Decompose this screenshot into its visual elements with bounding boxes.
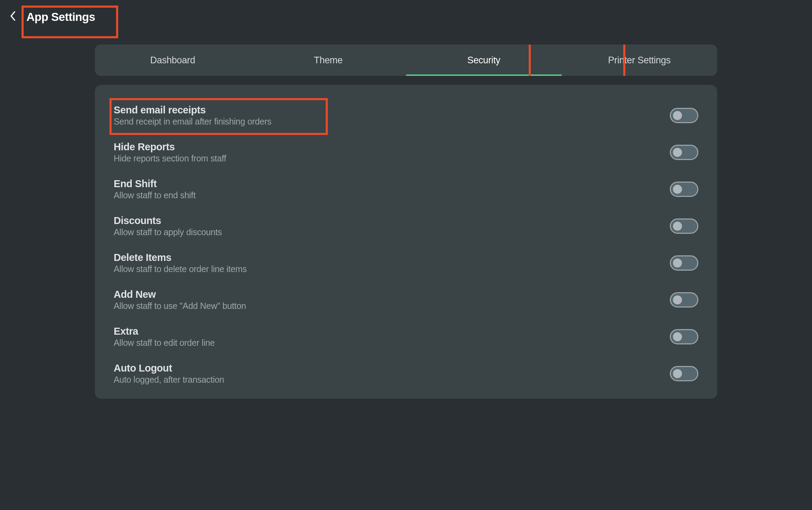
tab-label: Theme bbox=[314, 55, 343, 66]
tab-label: Security bbox=[467, 55, 500, 66]
setting-text: Delete Items Allow staff to delete order… bbox=[114, 252, 247, 274]
tab-security[interactable]: Security bbox=[406, 45, 562, 76]
setting-text: Discounts Allow staff to apply discounts bbox=[114, 215, 222, 237]
setting-text: Add New Allow staff to use "Add New" but… bbox=[114, 289, 246, 311]
tab-dashboard[interactable]: Dashboard bbox=[95, 45, 251, 76]
back-chevron-icon[interactable] bbox=[10, 11, 16, 23]
setting-row-auto-logout: Auto Logout Auto logged, after transacti… bbox=[114, 362, 698, 385]
setting-row-extra: Extra Allow staff to edit order line bbox=[114, 326, 698, 362]
setting-row-delete-items: Delete Items Allow staff to delete order… bbox=[114, 252, 698, 289]
setting-row-hide-reports: Hide Reports Hide reports section from s… bbox=[114, 141, 698, 178]
toggle-knob bbox=[673, 185, 682, 194]
toggle-knob bbox=[673, 222, 682, 231]
setting-description: Allow staff to end shift bbox=[114, 190, 196, 200]
setting-title: Auto Logout bbox=[114, 362, 224, 374]
setting-row-add-new: Add New Allow staff to use "Add New" but… bbox=[114, 289, 698, 326]
toggle-knob bbox=[673, 148, 682, 157]
setting-title: Add New bbox=[114, 289, 246, 300]
setting-description: Allow staff to use "Add New" button bbox=[114, 301, 246, 311]
main-container: Dashboard Theme Security Printer Setting… bbox=[88, 45, 724, 399]
toggle-delete-items[interactable] bbox=[670, 255, 698, 271]
setting-title: Discounts bbox=[114, 215, 222, 226]
setting-text: Hide Reports Hide reports section from s… bbox=[114, 141, 226, 164]
setting-text: Send email receipts Send receipt in emai… bbox=[114, 104, 271, 127]
tab-bar: Dashboard Theme Security Printer Setting… bbox=[95, 45, 717, 76]
toggle-knob bbox=[673, 295, 682, 304]
header: App Settings bbox=[0, 0, 812, 34]
setting-description: Allow staff to edit order line bbox=[114, 338, 215, 348]
setting-description: Auto logged, after transaction bbox=[114, 375, 224, 385]
setting-row-end-shift: End Shift Allow staff to end shift bbox=[114, 178, 698, 215]
setting-description: Hide reports section from staff bbox=[114, 153, 226, 164]
tab-theme[interactable]: Theme bbox=[251, 45, 406, 76]
toggle-discounts[interactable] bbox=[670, 218, 698, 234]
settings-panel: Send email receipts Send receipt in emai… bbox=[95, 85, 717, 399]
tab-printer-settings[interactable]: Printer Settings bbox=[562, 45, 717, 76]
setting-description: Allow staff to apply discounts bbox=[114, 227, 222, 237]
setting-title: Extra bbox=[114, 326, 215, 337]
page-title: App Settings bbox=[26, 10, 95, 24]
setting-description: Allow staff to delete order line items bbox=[114, 264, 247, 274]
toggle-extra[interactable] bbox=[670, 329, 698, 344]
setting-title: Hide Reports bbox=[114, 141, 226, 153]
setting-title: End Shift bbox=[114, 178, 196, 190]
toggle-knob bbox=[673, 332, 682, 341]
setting-text: Extra Allow staff to edit order line bbox=[114, 326, 215, 348]
setting-text: End Shift Allow staff to end shift bbox=[114, 178, 196, 200]
tab-label: Printer Settings bbox=[608, 55, 671, 66]
toggle-knob bbox=[673, 111, 682, 120]
setting-row-discounts: Discounts Allow staff to apply discounts bbox=[114, 215, 698, 252]
toggle-knob bbox=[673, 369, 682, 378]
tab-label: Dashboard bbox=[150, 55, 195, 66]
toggle-hide-reports[interactable] bbox=[670, 145, 698, 160]
setting-text: Auto Logout Auto logged, after transacti… bbox=[114, 362, 224, 385]
setting-row-send-email-receipts: Send email receipts Send receipt in emai… bbox=[114, 104, 698, 141]
toggle-auto-logout[interactable] bbox=[670, 366, 698, 381]
toggle-knob bbox=[673, 258, 682, 268]
toggle-add-new[interactable] bbox=[670, 292, 698, 308]
toggle-end-shift[interactable] bbox=[670, 182, 698, 197]
setting-title: Delete Items bbox=[114, 252, 247, 263]
setting-description: Send receipt in email after finishing or… bbox=[114, 117, 271, 127]
toggle-send-email-receipts[interactable] bbox=[670, 108, 698, 123]
setting-title: Send email receipts bbox=[114, 104, 271, 116]
